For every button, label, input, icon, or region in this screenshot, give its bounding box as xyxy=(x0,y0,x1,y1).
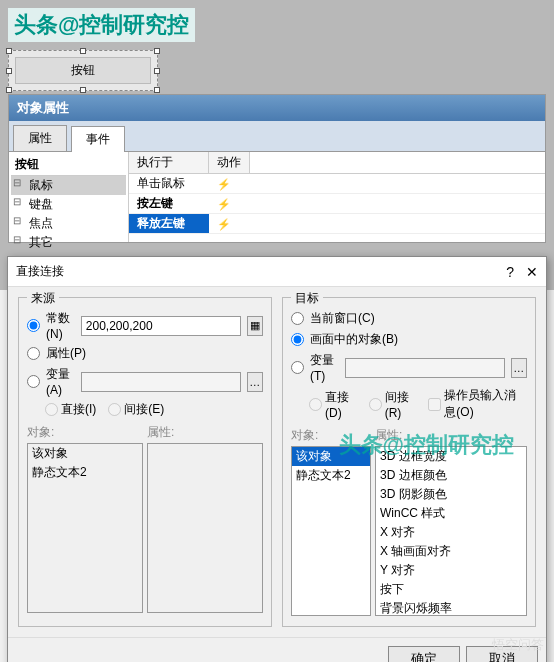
button-widget[interactable]: 按钮 xyxy=(8,50,158,91)
grid-row[interactable]: 按左键 xyxy=(129,194,545,214)
grid-row[interactable]: 单击鼠标 xyxy=(129,174,545,194)
tree-header: 按钮 xyxy=(11,154,126,176)
tab-attributes[interactable]: 属性 xyxy=(13,125,67,151)
direct-connection-dialog: 直接连接 ? ✕ 来源 常数(N) ▦ 属性(P) 变量(A) … xyxy=(7,256,547,290)
tree-item-mouse[interactable]: 鼠标 xyxy=(11,176,126,195)
design-canvas: 头条@控制研究控 按钮 对象属性 属性 事件 按钮 鼠标 键盘 焦点 其它 执行… xyxy=(0,0,554,290)
properties-panel: 对象属性 属性 事件 按钮 鼠标 键盘 焦点 其它 执行于 动作 单击鼠标 按左… xyxy=(8,94,546,243)
bolt-icon xyxy=(209,216,239,232)
bolt-icon xyxy=(209,196,239,212)
bolt-icon xyxy=(209,176,239,192)
properties-title: 对象属性 xyxy=(9,95,545,121)
event-grid: 执行于 动作 单击鼠标 按左键 释放左键 xyxy=(129,152,545,242)
properties-tabs: 属性 事件 xyxy=(9,121,545,152)
grid-row[interactable]: 释放左键 xyxy=(129,214,545,234)
event-tree[interactable]: 按钮 鼠标 键盘 焦点 其它 xyxy=(9,152,129,242)
watermark-text: 头条@控制研究控 xyxy=(8,8,195,42)
tree-item-other[interactable]: 其它 xyxy=(11,233,126,252)
dialog-title: 直接连接 xyxy=(16,263,64,280)
button-widget-label: 按钮 xyxy=(15,57,151,84)
tab-events[interactable]: 事件 xyxy=(71,126,125,152)
tree-item-keyboard[interactable]: 键盘 xyxy=(11,195,126,214)
grid-header-action: 动作 xyxy=(209,152,250,173)
tree-item-focus[interactable]: 焦点 xyxy=(11,214,126,233)
grid-header-exec: 执行于 xyxy=(129,152,209,173)
dialog-titlebar[interactable]: 直接连接 ? ✕ xyxy=(8,257,546,287)
close-icon[interactable]: ✕ xyxy=(526,264,538,280)
help-icon[interactable]: ? xyxy=(506,264,514,280)
